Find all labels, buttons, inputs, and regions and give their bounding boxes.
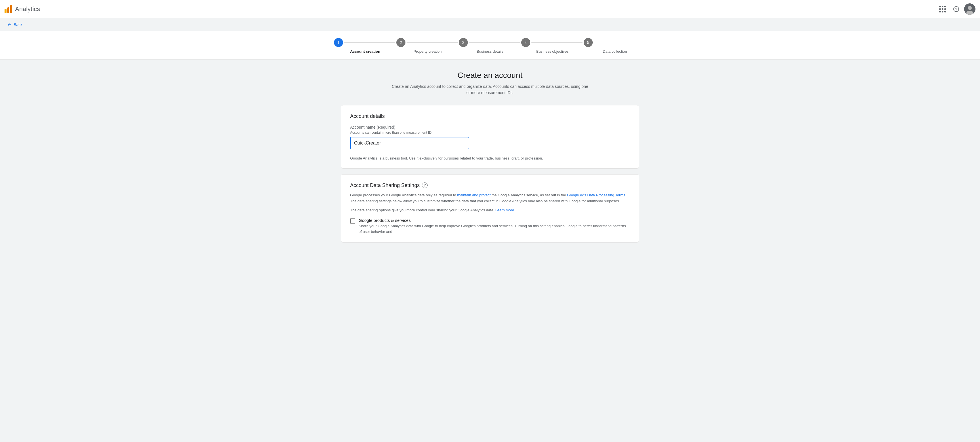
google-products-desc: Share your Google Analytics data with Go… bbox=[359, 223, 630, 234]
step-3-label: Business details bbox=[477, 49, 503, 54]
sharing-help-icon[interactable]: ? bbox=[422, 182, 428, 188]
business-note: Google Analytics is a business tool. Use… bbox=[350, 156, 630, 160]
account-details-title: Account details bbox=[350, 113, 630, 119]
step-4: 4 Business objectives bbox=[521, 38, 584, 54]
step-4-circle: 4 bbox=[521, 38, 530, 47]
step-line-3 bbox=[469, 42, 520, 43]
header-actions: ? bbox=[937, 3, 975, 15]
step-1: 1 Account creation bbox=[334, 38, 396, 54]
back-label: Back bbox=[14, 22, 22, 27]
step-2-circle: 2 bbox=[396, 38, 406, 47]
help-icon: ? bbox=[953, 6, 959, 12]
sharing-options-note: The data sharing options give you more c… bbox=[350, 208, 630, 213]
app-header: Analytics ? bbox=[0, 0, 980, 18]
maintain-protect-link[interactable]: maintain and protect bbox=[457, 193, 490, 197]
account-name-hint: Accounts can contain more than one measu… bbox=[350, 131, 630, 135]
step-2-label: Property creation bbox=[414, 49, 442, 54]
main-content: Create an account Create an Analytics ac… bbox=[334, 60, 646, 260]
step-1-label: Account creation bbox=[350, 49, 380, 54]
step-3: 3 Business details bbox=[459, 38, 521, 54]
page-subtitle: Create an Analytics account to collect a… bbox=[391, 83, 589, 96]
logo-bar-1 bbox=[5, 9, 6, 13]
step-2: 2 Property creation bbox=[396, 38, 459, 54]
sharing-title: Account Data Sharing Settings bbox=[350, 182, 420, 189]
data-sharing-card: Account Data Sharing Settings ? Google p… bbox=[341, 174, 639, 242]
avatar-icon bbox=[964, 3, 975, 15]
step-line-4 bbox=[531, 42, 582, 43]
svg-point-3 bbox=[968, 6, 972, 10]
apps-grid-button[interactable] bbox=[937, 3, 948, 15]
step-line-2 bbox=[407, 42, 458, 43]
logo-bar-3 bbox=[10, 5, 12, 13]
ads-processing-link[interactable]: Google Ads Data Processing Terms bbox=[567, 193, 625, 197]
avatar[interactable] bbox=[964, 3, 975, 15]
back-arrow-icon bbox=[7, 22, 12, 27]
back-link[interactable]: Back bbox=[0, 18, 29, 31]
step-1-circle: 1 bbox=[334, 38, 343, 47]
analytics-logo-icon bbox=[5, 5, 12, 13]
help-button[interactable]: ? bbox=[950, 3, 962, 15]
step-line-1 bbox=[344, 42, 395, 43]
google-products-label-area: Google products & services Share your Go… bbox=[359, 218, 630, 234]
app-title: Analytics bbox=[15, 5, 40, 13]
account-name-label: Account name (Required) bbox=[350, 125, 630, 130]
stepper: 1 Account creation 2 Property creation bbox=[0, 31, 980, 60]
apps-grid-icon bbox=[939, 6, 946, 13]
logo-area: Analytics bbox=[5, 5, 40, 13]
step-5: 5 Data collection bbox=[584, 38, 646, 54]
account-name-input[interactable] bbox=[350, 137, 469, 149]
step-5-circle: 5 bbox=[584, 38, 593, 47]
google-products-checkbox-row: Google products & services Share your Go… bbox=[350, 218, 630, 234]
google-products-label: Google products & services bbox=[359, 218, 630, 223]
learn-more-link[interactable]: Learn more bbox=[495, 208, 514, 212]
step-4-label: Business objectives bbox=[536, 49, 569, 54]
step-3-circle: 3 bbox=[459, 38, 468, 47]
step-5-label: Data collection bbox=[603, 49, 627, 54]
sharing-title-row: Account Data Sharing Settings ? bbox=[350, 182, 630, 189]
sharing-description: Google processes your Google Analytics d… bbox=[350, 192, 630, 204]
page-title: Create an account bbox=[341, 71, 639, 80]
svg-text:?: ? bbox=[955, 7, 957, 11]
google-products-checkbox[interactable] bbox=[350, 219, 355, 223]
logo-bar-2 bbox=[7, 7, 10, 13]
account-details-card: Account details Account name (Required) … bbox=[341, 105, 639, 169]
